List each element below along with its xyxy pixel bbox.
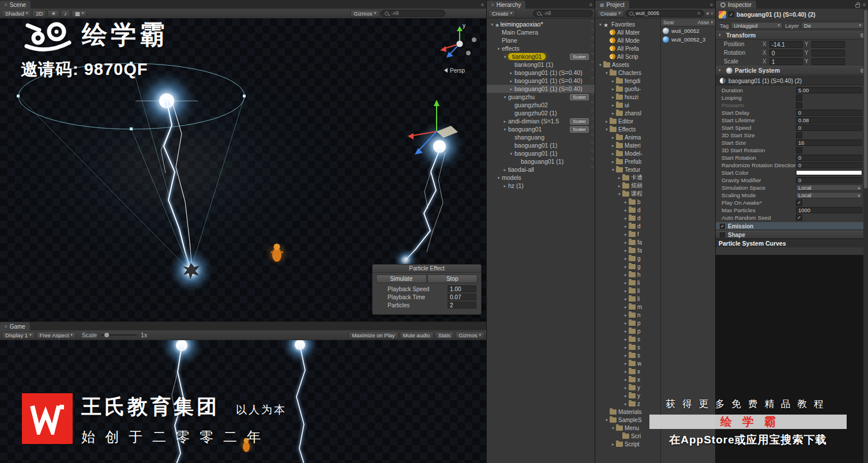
hierarchy-item[interactable]: baoguang01 (1) bbox=[487, 141, 595, 149]
hierarchy-item[interactable]: ▸ baoguang01 (1) (S=0.40) bbox=[487, 85, 595, 93]
project-folder-item[interactable]: ▸ d bbox=[595, 222, 660, 230]
scaler-badge[interactable]: Scaler bbox=[570, 126, 589, 133]
project-folder-item[interactable]: All Prefa bbox=[595, 44, 660, 52]
expander-icon[interactable]: ▾ bbox=[604, 417, 610, 423]
project-folder-item[interactable]: ▸ x bbox=[595, 367, 660, 375]
project-folder-item[interactable]: ▸ g bbox=[595, 262, 660, 270]
expander-icon[interactable]: ▸ bbox=[623, 313, 629, 318]
particle-system-curves-header[interactable]: Particle System Curves bbox=[716, 239, 868, 247]
project-folder-item[interactable]: ▾ Assets bbox=[595, 61, 660, 69]
tag-dropdown[interactable]: Untagged ▾ bbox=[731, 22, 783, 29]
property-value[interactable]: 0.08 bbox=[796, 117, 862, 123]
project-options-icon[interactable]: ≡ bbox=[710, 2, 713, 7]
expander-icon[interactable]: ▸ bbox=[623, 393, 629, 398]
project-folder-item[interactable]: ▸ d bbox=[595, 206, 660, 214]
project-folder-item[interactable]: ▸ Anima bbox=[595, 133, 660, 141]
search-result-item[interactable]: wuti_00052_3 bbox=[661, 35, 715, 44]
property-value[interactable] bbox=[796, 199, 862, 206]
property-value[interactable]: 1000 bbox=[796, 207, 862, 213]
property-value[interactable]: 5.00 bbox=[796, 87, 862, 93]
project-menu-icon[interactable]: ≡ bbox=[711, 11, 713, 16]
expander-icon[interactable]: ▸ bbox=[610, 111, 616, 116]
hierarchy-item[interactable]: ▸ andi-dimian (S=1.5 Scaler bbox=[487, 117, 595, 125]
expander-icon[interactable]: ▸ bbox=[623, 401, 629, 406]
expander-icon[interactable]: ▸ bbox=[623, 272, 629, 277]
search-star-icon[interactable]: ★ bbox=[705, 11, 709, 16]
inspector-scrollbar[interactable] bbox=[863, 9, 868, 463]
project-folder-item[interactable]: ▸ s bbox=[595, 351, 660, 359]
expander-icon[interactable]: ▸ bbox=[610, 151, 616, 156]
expander-icon[interactable]: ▾ bbox=[598, 22, 603, 27]
particle-effect-row-value[interactable]: 0.07 bbox=[448, 293, 476, 300]
particle-effect-row-value[interactable]: 1.00 bbox=[448, 285, 476, 292]
hierarchy-item[interactable]: shanguang bbox=[487, 133, 595, 141]
scene-gizmos-dropdown[interactable]: Gizmos ▾ bbox=[350, 10, 379, 17]
property-value[interactable]: 16 bbox=[796, 140, 862, 146]
expander-icon[interactable]: ▸ bbox=[623, 240, 629, 245]
project-folder-item[interactable]: ▸ houzi bbox=[595, 93, 660, 101]
particle-module-bar[interactable]: Shape bbox=[716, 231, 868, 239]
expander-icon[interactable]: ▸ bbox=[502, 167, 508, 172]
property-value[interactable]: 0 bbox=[796, 177, 862, 183]
hierarchy-item[interactable]: tiankong01 (1) bbox=[487, 61, 595, 69]
tab-inspector[interactable]: Inspector bbox=[716, 1, 756, 9]
axis-x-field[interactable]: -14.1 bbox=[769, 41, 803, 48]
hierarchy-create-dropdown[interactable]: Create ▾ bbox=[489, 10, 516, 17]
expander-icon[interactable]: ▸ bbox=[623, 321, 629, 326]
foldout-icon[interactable]: ▾ bbox=[719, 68, 724, 73]
project-folder-item[interactable]: Scri bbox=[595, 432, 660, 440]
project-folder-item[interactable]: ▸ f bbox=[595, 230, 660, 238]
hierarchy-item[interactable]: ▾ effects bbox=[487, 44, 595, 52]
game-viewport[interactable] bbox=[0, 340, 486, 463]
hierarchy-item[interactable]: ▾ guangzhu Scaler bbox=[487, 93, 595, 101]
layer-dropdown[interactable]: De ▾ bbox=[801, 22, 864, 29]
property-value[interactable]: Local bbox=[796, 185, 862, 191]
expander-icon[interactable]: ▸ bbox=[610, 86, 616, 92]
stats-button[interactable]: Stats bbox=[435, 332, 454, 339]
module-checkbox[interactable] bbox=[720, 224, 725, 229]
expander-icon[interactable]: ▾ bbox=[598, 62, 603, 67]
project-folder-item[interactable]: ▾ SampleS bbox=[595, 416, 660, 424]
expander-icon[interactable]: ▸ bbox=[617, 175, 622, 180]
expander-icon[interactable]: ▸ bbox=[623, 304, 629, 310]
effects-toggle-icon[interactable]: ▦ ▾ bbox=[72, 10, 88, 17]
expander-icon[interactable]: ▸ bbox=[623, 280, 629, 285]
expander-icon[interactable]: ▸ bbox=[508, 78, 514, 84]
scale-slider-knob[interactable] bbox=[104, 333, 109, 337]
project-folder-item[interactable]: ▸ li bbox=[595, 287, 660, 295]
scene-search-input[interactable]: ·All bbox=[381, 10, 445, 17]
expander-icon[interactable]: ▸ bbox=[623, 264, 629, 269]
expander-icon[interactable]: ▸ bbox=[610, 78, 616, 84]
project-folder-item[interactable]: ▸ p bbox=[595, 319, 660, 327]
property-value[interactable] bbox=[796, 147, 862, 153]
project-folder-item[interactable]: ▸ n bbox=[595, 311, 660, 319]
lock-icon[interactable] bbox=[855, 4, 860, 7]
tab-scene[interactable]: ≡ Scene bbox=[0, 1, 31, 9]
property-value[interactable] bbox=[796, 102, 862, 108]
expander-icon[interactable]: ▸ bbox=[508, 70, 514, 76]
project-folder-item[interactable]: ▸ Script bbox=[595, 440, 660, 448]
property-value[interactable]: 0 bbox=[796, 110, 862, 116]
particle-effect-row-value[interactable]: 2 bbox=[448, 302, 476, 308]
expander-icon[interactable]: ▸ bbox=[623, 288, 629, 293]
display-dropdown[interactable]: Display 1 ▾ bbox=[2, 332, 35, 339]
project-folder-item[interactable]: ▾ 课程 bbox=[595, 190, 660, 198]
project-folder-item[interactable]: ▸ m bbox=[595, 303, 660, 311]
scene-tab-options-icon[interactable]: ≡ bbox=[481, 2, 484, 7]
hierarchy-item[interactable]: ▾ baoguang01 (1) bbox=[487, 149, 595, 157]
scaler-badge[interactable]: Scaler bbox=[570, 54, 589, 60]
project-folder-item[interactable]: ▸ x bbox=[595, 375, 660, 383]
curves-editor-area[interactable] bbox=[716, 255, 863, 463]
tab-game[interactable]: ≡ Game bbox=[0, 322, 30, 330]
project-create-dropdown[interactable]: Create ▾ bbox=[597, 10, 624, 17]
project-folder-item[interactable]: ▾ Favorites bbox=[595, 20, 660, 28]
expander-icon[interactable]: ▸ bbox=[610, 143, 616, 148]
expander-icon[interactable]: ▸ bbox=[623, 377, 629, 382]
shading-mode-dropdown[interactable]: Shaded ▾ bbox=[2, 10, 31, 17]
expander-icon[interactable]: ▾ bbox=[502, 127, 508, 132]
expander-icon[interactable]: ▾ bbox=[489, 22, 495, 27]
project-folder-item[interactable]: ▾ Effects bbox=[595, 125, 660, 133]
project-folder-item[interactable]: ▸ h bbox=[595, 270, 660, 278]
orientation-gizmo[interactable]: y Persp bbox=[440, 22, 476, 74]
hierarchy-item[interactable]: ▸ baoguang01 (1) (S=0.40) bbox=[487, 69, 595, 77]
